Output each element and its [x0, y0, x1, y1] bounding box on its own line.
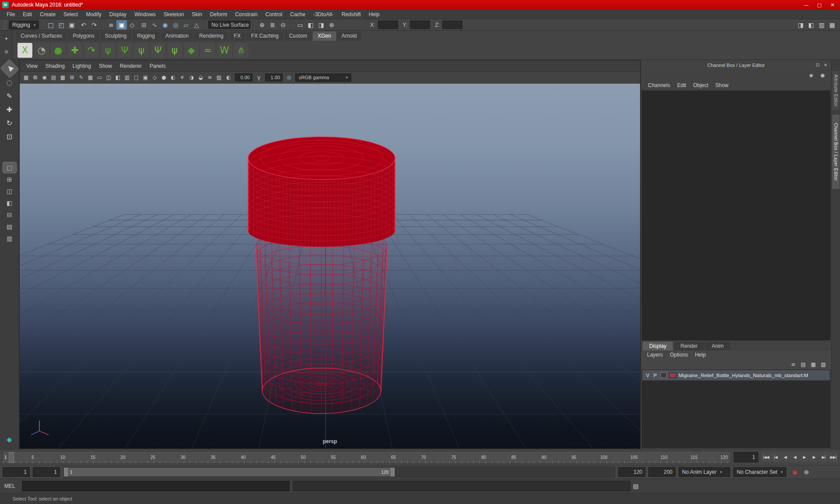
- construction-history-icon[interactable]: ≣: [267, 20, 278, 30]
- range-end-handle[interactable]: [391, 468, 395, 476]
- motion-blur-icon[interactable]: ≋: [205, 73, 214, 82]
- single-pane-layout-icon[interactable]: □: [3, 162, 16, 173]
- input-connections-icon[interactable]: ⊕: [257, 20, 267, 30]
- menu-deform[interactable]: Deform: [206, 10, 231, 19]
- empty-layer-icon[interactable]: ▤: [799, 360, 808, 369]
- layer-menu-help[interactable]: Help: [691, 350, 709, 359]
- mel-label[interactable]: MEL: [4, 483, 19, 489]
- minimize-button[interactable]: —: [800, 0, 813, 10]
- y-coordinate-input[interactable]: [410, 21, 430, 29]
- two-pane-side-layout-icon[interactable]: ◧: [3, 198, 16, 208]
- channel-box-toggle-icon[interactable]: ▥: [816, 20, 827, 30]
- layer-menu-options[interactable]: Options: [666, 350, 691, 359]
- anim-preferences-icon[interactable]: ⊛: [801, 467, 812, 477]
- current-frame-marker[interactable]: [9, 452, 14, 463]
- gamma-field[interactable]: 1.00: [265, 74, 283, 81]
- shelf-tab-custom[interactable]: Custom: [284, 32, 312, 41]
- select-component-icon[interactable]: ◇: [127, 20, 137, 30]
- resolution-gate-icon[interactable]: ◫: [104, 73, 113, 82]
- viewport-canvas[interactable]: persp: [20, 84, 640, 448]
- shelf-tab-arnold[interactable]: Arnold: [337, 32, 362, 41]
- xgen-patch-export-icon[interactable]: ◆: [184, 43, 199, 58]
- select-tool-icon[interactable]: ▶: [0, 60, 18, 77]
- range-start-handle[interactable]: [64, 468, 68, 476]
- layer-from-selected-icon[interactable]: ▦: [809, 360, 818, 369]
- film-gate-icon[interactable]: ▭: [95, 73, 104, 82]
- bookmarks-icon[interactable]: ▤: [49, 73, 58, 82]
- maximize-button[interactable]: ▢: [813, 0, 826, 10]
- menu-cache[interactable]: Cache: [286, 10, 309, 19]
- range-track[interactable]: 1 120: [63, 467, 615, 477]
- character-set-dropdown[interactable]: No Character Set: [733, 467, 786, 477]
- xray-icon[interactable]: ▨: [214, 73, 224, 82]
- menu-3dtoall[interactable]: -3DtoAll-: [309, 10, 338, 19]
- play-forwards-button[interactable]: ▶: [800, 452, 809, 462]
- menu-help[interactable]: Help: [365, 10, 384, 19]
- x-coordinate-input[interactable]: [378, 21, 398, 29]
- xgen-straight-guides-icon[interactable]: ψ: [167, 43, 182, 58]
- hypershade-persp-layout-icon[interactable]: ▥: [3, 233, 16, 244]
- side-tab-attribute-editor[interactable]: Attribute Editor: [832, 70, 840, 111]
- go-to-start-button[interactable]: |◀◀: [761, 452, 770, 462]
- mel-input-field[interactable]: [22, 481, 290, 491]
- animation-end-field[interactable]: 200: [648, 467, 676, 477]
- menu-set-dropdown[interactable]: Rigging: [9, 21, 39, 29]
- side-tab-channel-box-layer-editor[interactable]: Channel Box / Layer Editor: [832, 114, 840, 189]
- xgen-grass-add-icon[interactable]: Ψ: [117, 43, 132, 58]
- step-back-key-button[interactable]: ◀: [780, 452, 790, 462]
- grease-pencil-icon[interactable]: ✎: [77, 73, 86, 82]
- sort-layers-icon[interactable]: ≡: [789, 360, 798, 369]
- shaded-icon[interactable]: ●: [159, 73, 168, 82]
- layer-tab-display[interactable]: Display: [643, 342, 673, 350]
- make-live-icon[interactable]: △: [191, 20, 202, 30]
- shelf-tab-fx-caching[interactable]: FX Caching: [246, 32, 284, 41]
- render-settings-icon[interactable]: ⊛: [326, 20, 337, 30]
- workspace-toggle-icon[interactable]: ▦: [827, 20, 837, 30]
- viewport-menu-renderer[interactable]: Renderer: [116, 63, 146, 69]
- menu-modify[interactable]: Modify: [82, 10, 105, 19]
- step-forward-frame-button[interactable]: ▶|: [819, 452, 828, 462]
- viewport-menu-panels[interactable]: Panels: [146, 63, 170, 69]
- anim-layer-dropdown[interactable]: No Anim Layer: [679, 467, 730, 477]
- step-forward-key-button[interactable]: ▶: [809, 452, 819, 462]
- move-tool-icon[interactable]: ✚: [3, 103, 16, 116]
- lock-camera-icon[interactable]: ⊠: [31, 73, 40, 82]
- open-render-view-icon[interactable]: ▭: [295, 20, 305, 30]
- xgen-plugin-icon[interactable]: ◆: [3, 433, 16, 445]
- textured-icon[interactable]: ◐: [168, 73, 178, 82]
- attribute-editor-toggle-icon[interactable]: ◨: [795, 20, 806, 30]
- exposure-field[interactable]: 0.00: [235, 74, 252, 81]
- manipulator-icon[interactable]: ◈: [807, 71, 816, 80]
- shelf-tab-sculpting[interactable]: Sculpting: [100, 32, 131, 41]
- layer-tab-anim[interactable]: Anim: [705, 342, 730, 350]
- menu-select[interactable]: Select: [60, 10, 82, 19]
- layer-menu-layers[interactable]: Layers: [644, 350, 666, 359]
- new-scene-icon[interactable]: □: [46, 20, 56, 30]
- channel-box-menu-channels[interactable]: Channels: [644, 80, 674, 90]
- 2d-pan-zoom-icon[interactable]: ⊞: [67, 73, 77, 82]
- playback-start-field[interactable]: 1: [33, 467, 60, 477]
- undo-icon[interactable]: ↶: [78, 20, 89, 30]
- camera-attributes-icon[interactable]: ◉: [40, 73, 49, 82]
- auto-keyframe-icon[interactable]: ◉: [789, 467, 800, 477]
- channel-box-menu-show[interactable]: Show: [712, 80, 732, 90]
- pin-channelbox-icon[interactable]: ◉: [818, 71, 827, 80]
- script-editor-icon[interactable]: ▤: [630, 481, 641, 491]
- lights-icon[interactable]: ☀: [178, 73, 187, 82]
- shelf-tab-polygons[interactable]: Polygons: [68, 32, 99, 41]
- play-backwards-button[interactable]: ◀: [790, 452, 799, 462]
- output-connections-icon[interactable]: ⊝: [278, 20, 288, 30]
- go-to-end-button[interactable]: ▶▶|: [829, 452, 838, 462]
- snap-point-icon[interactable]: ◉: [160, 20, 170, 30]
- shelf-tab-fx[interactable]: FX: [229, 32, 245, 41]
- menu-create[interactable]: Create: [36, 10, 60, 19]
- tool-settings-toggle-icon[interactable]: ◧: [806, 20, 816, 30]
- shelf-options-icon[interactable]: ⊚: [2, 47, 11, 56]
- timeline-track[interactable]: 1 51015202530354045505560657075808590951…: [2, 451, 731, 464]
- ipr-render-icon[interactable]: ◨: [316, 20, 326, 30]
- scale-tool-icon[interactable]: ⊡: [3, 130, 16, 143]
- viewport-menu-shading[interactable]: Shading: [42, 63, 69, 69]
- snap-view-plane-icon[interactable]: ▱: [181, 20, 191, 30]
- shelf-tab-xgen[interactable]: XGen: [313, 32, 336, 41]
- status-grip[interactable]: [4, 21, 7, 29]
